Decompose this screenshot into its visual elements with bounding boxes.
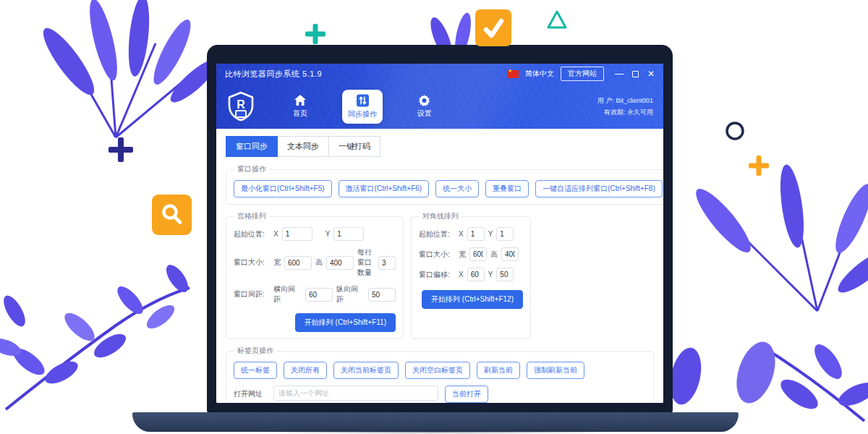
per-row-label: 每行窗口数量 — [357, 247, 375, 278]
field-label: 窗口间距: — [234, 289, 270, 299]
search-icon — [160, 203, 184, 227]
tab-window-sync[interactable]: 窗口同步 — [226, 136, 278, 157]
maximize-button[interactable] — [632, 71, 639, 77]
tab-row: 窗口同步 文本同步 一键打码 — [226, 136, 654, 157]
minimize-windows-button[interactable]: 最小化窗口(Ctrl+Shift+F5) — [234, 180, 332, 197]
flag-cn-icon — [507, 70, 519, 78]
height-label: 高 — [490, 250, 498, 260]
unify-tabs-button[interactable]: 统一标签 — [234, 362, 277, 379]
diag-offset-x-input[interactable] — [467, 268, 485, 281]
tab-ops-buttons: 统一标签 关闭所有 关闭当前标签页 关闭空白标签页 刷新当前 强制刷新当前 — [234, 362, 646, 379]
auto-fit-arrange-button[interactable]: 一键自适应排列窗口(Ctrl+Shift+F8) — [535, 180, 663, 197]
plus-dark — [109, 137, 133, 162]
y-label: Y — [326, 230, 331, 238]
leaf-cluster-top-left — [36, 0, 222, 137]
nav-item-settings[interactable]: 设置 — [404, 94, 445, 119]
user-validity: 有效期: 永久可用 — [597, 106, 653, 118]
diag-start-y-input[interactable] — [496, 227, 514, 241]
nav-item-home[interactable]: 首页 — [280, 94, 320, 119]
grid-arrange-legend: 宫格排列 — [234, 211, 269, 221]
grid-start-x-input[interactable] — [282, 227, 312, 241]
diagonal-arrange-button-row: 开始排列 (Ctrl+Shift+F12) — [419, 290, 523, 309]
diag-height-input[interactable] — [501, 247, 519, 261]
diagonal-arrange-legend: 对角线排列 — [420, 211, 461, 221]
diagonal-start-arrange-button[interactable]: 开始排列 (Ctrl+Shift+F12) — [422, 290, 523, 309]
grid-arrange-section: 宫格排列 起始位置: X Y 窗口大小: 宽 高 — [226, 211, 404, 339]
window-controls: — ✕ — [615, 69, 655, 78]
window-ops-buttons: 最小化窗口(Ctrl+Shift+F5) 激活窗口(Ctrl+Shift+F6)… — [234, 180, 663, 197]
tab-captcha[interactable]: 一键打码 — [329, 136, 380, 157]
start-position-row: 起始位置: X Y — [419, 227, 523, 241]
field-label: 窗口大小: — [419, 250, 455, 260]
window-ops-legend: 窗口操作 — [234, 164, 269, 174]
x-label: X — [273, 230, 278, 238]
grid-width-input[interactable] — [284, 256, 312, 270]
close-blank-tabs-button[interactable]: 关闭空白标签页 — [405, 362, 470, 379]
nav-item-sync-operations[interactable]: 同步操作 — [342, 90, 383, 124]
app-title: 比特浏览器同步系统 5.1.9 — [225, 69, 322, 80]
x-label: X — [459, 230, 464, 238]
window-size-row: 窗口大小: 宽 高 — [419, 247, 523, 261]
check-badge — [475, 9, 511, 46]
x-label: X — [459, 271, 464, 278]
tab-ops-section: 标签页操作 统一标签 关闭所有 关闭当前标签页 关闭空白标签页 刷新当前 强制刷… — [226, 346, 654, 403]
width-label: 宽 — [273, 258, 281, 268]
overlap-windows-button[interactable]: 重叠窗口 — [485, 180, 529, 197]
official-site-button[interactable]: 官方网站 — [561, 67, 604, 81]
open-current-button[interactable]: 当前打开 — [445, 386, 488, 403]
nav-item-label: 设置 — [417, 109, 432, 119]
content: 窗口同步 文本同步 一键打码 窗口操作 最小化窗口(Ctrl+Shift+F5)… — [216, 129, 663, 403]
close-current-tab-button[interactable]: 关闭当前标签页 — [333, 362, 399, 379]
width-label: 宽 — [459, 250, 466, 260]
tab-ops-legend: 标签页操作 — [234, 346, 276, 356]
plus-orange — [749, 156, 769, 176]
grid-v-gap-input[interactable] — [368, 288, 396, 302]
svg-text:R: R — [237, 98, 245, 111]
minimize-button[interactable]: — — [615, 69, 624, 78]
grid-start-arrange-button[interactable]: 开始排列 (Ctrl+Shift+F11) — [295, 313, 396, 332]
diag-offset-y-input[interactable] — [496, 268, 514, 281]
v-gap-label: 纵向间距 — [336, 284, 365, 305]
grid-arrange-button-row: 开始排列 (Ctrl+Shift+F11) — [234, 313, 396, 332]
grid-per-row-input[interactable] — [378, 256, 396, 270]
y-label: Y — [488, 271, 493, 278]
uniform-size-button[interactable]: 统一大小 — [435, 180, 479, 197]
plus-teal — [305, 24, 326, 44]
field-label: 窗口大小: — [234, 258, 270, 268]
nav-item-label: 同步操作 — [348, 109, 377, 119]
check-icon — [480, 15, 506, 41]
open-url-label: 打开网址 — [234, 386, 267, 399]
force-refresh-button[interactable]: 强制刷新当前 — [527, 362, 584, 379]
window-gap-row: 窗口间距: 横向间距 纵向间距 — [234, 284, 396, 305]
titlebar-right: 简体中文 官方网站 — ✕ — [507, 67, 655, 81]
tab-text-sync[interactable]: 文本同步 — [278, 136, 329, 157]
user-info: 用 户: Bit_client001 有效期: 永久可用 — [597, 95, 653, 118]
grid-start-y-input[interactable] — [333, 227, 364, 241]
height-label: 高 — [315, 258, 323, 268]
gear-icon — [419, 94, 431, 106]
navbar: R 首页 — [216, 84, 663, 129]
diagonal-arrange-section: 对角线排列 起始位置: X Y 窗口大小: 宽 高 — [411, 211, 531, 339]
search-badge — [152, 195, 192, 235]
grid-height-input[interactable] — [326, 256, 354, 270]
diag-width-input[interactable] — [469, 247, 487, 261]
leaf-cluster-right — [689, 163, 868, 311]
grid-h-gap-input[interactable] — [305, 288, 333, 302]
window-ops-section: 窗口操作 最小化窗口(Ctrl+Shift+F5) 激活窗口(Ctrl+Shif… — [226, 164, 663, 205]
app-logo-icon: R — [226, 91, 255, 122]
ring-navy — [727, 123, 743, 139]
open-url-single-row: 打开网址 当前打开 — [234, 386, 646, 403]
close-button[interactable]: ✕ — [647, 69, 655, 78]
triangle-teal — [548, 12, 566, 27]
field-label: 窗口偏移: — [419, 270, 455, 280]
close-all-button[interactable]: 关闭所有 — [284, 362, 327, 379]
diag-start-x-input[interactable] — [467, 227, 485, 241]
user-account: 用 户: Bit_client001 — [597, 95, 653, 106]
refresh-current-button[interactable]: 刷新当前 — [477, 362, 520, 379]
sync-icon — [357, 95, 369, 107]
activate-windows-button[interactable]: 激活窗口(Ctrl+Shift+F6) — [339, 180, 430, 197]
h-gap-label: 横向间距 — [273, 284, 302, 305]
single-url-input[interactable] — [273, 386, 438, 401]
language-selector[interactable]: 简体中文 — [525, 69, 554, 79]
app-window: 比特浏览器同步系统 5.1.9 简体中文 官方网站 — ✕ R — [216, 64, 663, 403]
